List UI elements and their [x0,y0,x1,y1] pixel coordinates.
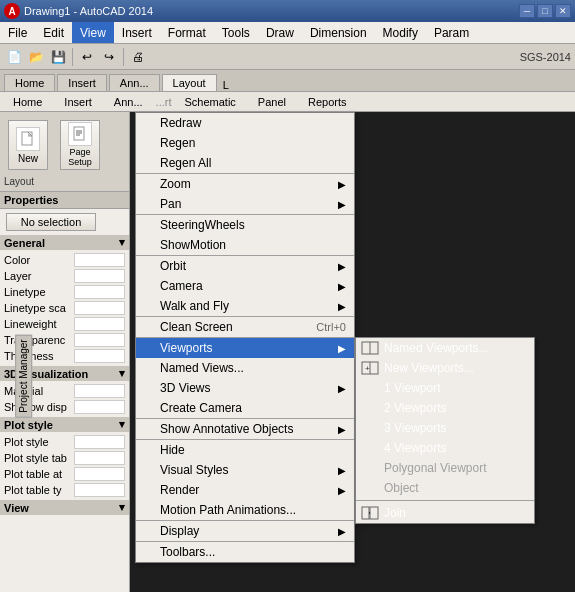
linetype-scale-value[interactable] [74,301,125,315]
menu-entry-zoom[interactable]: Zoom ▶ [136,174,354,194]
plot-table-at-value[interactable] [74,467,125,481]
no-selection-button[interactable]: No selection [6,213,96,231]
property-plot-style: Plot style [0,434,129,450]
sec-tab-panel[interactable]: Panel [249,94,295,110]
new-button[interactable]: New [8,120,48,170]
menu-edit[interactable]: Edit [35,22,72,43]
viewports-label: Viewports [160,341,212,355]
submenu-4vp[interactable]: 4 Viewports [356,438,534,458]
display-arrow: ▶ [338,526,346,537]
sec-tab-insert[interactable]: Insert [55,94,101,110]
layer-value[interactable] [74,269,125,283]
undo-button[interactable]: ↩ [77,47,97,67]
submenu-2vp[interactable]: 2 Viewports [356,398,534,418]
title-bar-text: Drawing1 - AutoCAD 2014 [24,5,519,17]
menu-param[interactable]: Param [426,22,477,43]
menu-entry-render[interactable]: Render ▶ [136,480,354,500]
menu-entry-steering[interactable]: SteeringWheels [136,215,354,235]
submenu-named-vp[interactable]: Named Viewports... [356,338,534,358]
menu-entry-regen[interactable]: Regen [136,133,354,153]
menu-entry-orbit[interactable]: Orbit ▶ [136,256,354,276]
close-button[interactable]: ✕ [555,4,571,18]
menu-entry-redraw[interactable]: Redraw [136,113,354,133]
menu-entry-viewports[interactable]: Viewports ▶ Named Viewports... + Ne [136,338,354,358]
sec-tab-reports[interactable]: Reports [299,94,356,110]
color-label: Color [4,254,74,266]
toolbar-separator-2 [123,48,124,66]
plot-style-tab-value[interactable] [74,451,125,465]
menu-format[interactable]: Format [160,22,214,43]
print-button[interactable]: 🖨 [128,47,148,67]
3d-views-label: 3D Views [160,381,210,395]
menu-entry-pan[interactable]: Pan ▶ [136,194,354,214]
open-file-button[interactable]: 📂 [26,47,46,67]
submenu-3vp[interactable]: 3 Viewports [356,418,534,438]
menu-entry-motion-path[interactable]: Motion Path Animations... [136,500,354,520]
menu-entry-create-camera[interactable]: Create Camera [136,398,354,418]
3d-views-arrow: ▶ [338,383,346,394]
lineweight-value[interactable] [74,317,125,331]
menu-entry-display[interactable]: Display ▶ [136,521,354,541]
general-section-header[interactable]: General ▾ [0,235,129,250]
new-file-button[interactable]: 📄 [4,47,24,67]
ribbon-tab-layout[interactable]: Layout [162,74,217,91]
display-label: Display [160,524,199,538]
ribbon-tab-home[interactable]: Home [4,74,55,91]
shadow-value[interactable] [74,400,125,414]
color-value[interactable] [74,253,125,267]
property-color: Color [0,252,129,268]
sec-tab-schematic[interactable]: Schematic [176,94,245,110]
maximize-button[interactable]: □ [537,4,553,18]
menu-modify[interactable]: Modify [375,22,426,43]
ribbon-tab-insert[interactable]: Insert [57,74,107,91]
redo-button[interactable]: ↪ [99,47,119,67]
named-views-label: Named Views... [160,361,244,375]
menu-entry-visual-styles[interactable]: Visual Styles ▶ [136,460,354,480]
ribbon-tab-annotate[interactable]: Ann... [109,74,160,91]
visual-styles-arrow: ▶ [338,465,346,476]
menu-entry-toolbars[interactable]: Toolbars... [136,542,354,562]
viz-collapse-icon: ▾ [119,367,125,380]
menu-draw[interactable]: Draw [258,22,302,43]
menu-entry-showmotion[interactable]: ShowMotion [136,235,354,255]
menu-entry-walkfly[interactable]: Walk and Fly ▶ [136,296,354,316]
menu-entry-regen-all[interactable]: Regen All [136,153,354,173]
menu-insert[interactable]: Insert [114,22,160,43]
thickness-value[interactable] [74,349,125,363]
menu-tools[interactable]: Tools [214,22,258,43]
material-value[interactable] [74,384,125,398]
submenu-join-vp[interactable]: Join [356,503,534,523]
menu-view[interactable]: View [72,22,114,43]
save-button[interactable]: 💾 [48,47,68,67]
new-button-label: New [18,153,38,164]
menu-entry-hide[interactable]: Hide [136,440,354,460]
view-section-header[interactable]: View ▾ [0,500,129,515]
submenu-1vp[interactable]: 1 Viewport [356,378,534,398]
project-manager-panel: New PageSetup Layout Properties No selec… [0,112,130,592]
property-layer: Layer [0,268,129,284]
showmotion-label: ShowMotion [160,238,226,252]
menu-entry-named-views[interactable]: Named Views... [136,358,354,378]
plot-style-value[interactable] [74,435,125,449]
linetype-value[interactable] [74,285,125,299]
menu-file[interactable]: File [0,22,35,43]
page-setup-button[interactable]: PageSetup [60,120,100,170]
plot-section-header[interactable]: Plot style ▾ [0,417,129,432]
zoom-label: Zoom [160,177,191,191]
viewport: Redraw Regen Regen All Zoom ▶ Pan ▶ Stee… [130,112,575,592]
menu-entry-3d-views[interactable]: 3D Views ▶ [136,378,354,398]
poly-vp-label: Polygonal Viewport [384,461,487,475]
plot-table-at-label: Plot table at [4,468,74,480]
sec-tab-rt: ...rt [156,96,172,108]
plot-table-ty-value[interactable] [74,483,125,497]
submenu-new-vp[interactable]: + New Viewports... [356,358,534,378]
minimize-button[interactable]: ─ [519,4,535,18]
new-vp-icon: + [360,360,380,376]
menu-entry-cleanscreen[interactable]: Clean Screen Ctrl+0 [136,317,354,337]
menu-entry-annotative[interactable]: Show Annotative Objects ▶ [136,419,354,439]
transparency-value[interactable] [74,333,125,347]
sec-tab-annotate[interactable]: Ann... [105,94,152,110]
sec-tab-home[interactable]: Home [4,94,51,110]
menu-dimension[interactable]: Dimension [302,22,375,43]
menu-entry-camera[interactable]: Camera ▶ [136,276,354,296]
